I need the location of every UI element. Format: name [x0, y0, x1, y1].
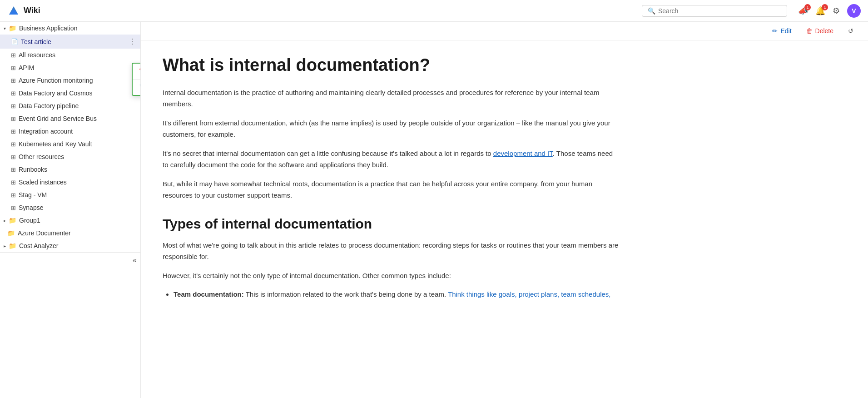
sidebar-item-azure-function-monitoring[interactable]: ⊞ Azure Function monitoring — [0, 74, 140, 87]
chevron-right-icon: ▸ — [4, 244, 6, 249]
app-title: Wiki — [24, 6, 40, 15]
list-item-1-bold: Team documentation: — [174, 290, 244, 298]
paragraph-5: Most of what we're going to talk about i… — [163, 239, 619, 263]
grid-icon: ⊞ — [11, 115, 16, 122]
notification-button[interactable]: 🔔 1 — [815, 6, 825, 16]
delete-button[interactable]: 🗑 Delete — [803, 25, 837, 36]
content-body: What is internal documentation? Internal… — [141, 40, 640, 329]
sidebar-collapse-button[interactable]: « — [0, 252, 140, 268]
context-menu-rename[interactable]: ✏️ Rename — [133, 64, 141, 79]
sidebar-item-stag-vm[interactable]: ⊞ Stag - VM — [0, 189, 140, 201]
sidebar-item-test-article[interactable]: 📄 Test article ⋮ — [0, 35, 140, 49]
list-item: Team documentation: This is information … — [174, 289, 619, 300]
collapse-icon: « — [133, 256, 137, 264]
page-heading-1: What is internal documentation? — [163, 55, 619, 76]
sidebar-item-runbooks[interactable]: ⊞ Runbooks — [0, 163, 140, 176]
megaphone-badge: 1 — [804, 4, 811, 10]
settings-button[interactable]: ⚙ — [833, 6, 840, 16]
grid-icon: ⊞ — [11, 77, 16, 84]
paragraph-2: It's different from external documentati… — [163, 117, 619, 140]
grid-icon: ⊞ — [11, 52, 16, 59]
search-input[interactable] — [658, 7, 781, 15]
grid-icon: ⊞ — [11, 103, 16, 109]
sidebar-item-label: Runbooks — [19, 166, 137, 173]
sidebar-item-other-resources[interactable]: ⊞ Other resources — [0, 150, 140, 163]
search-bar[interactable]: 🔍 — [642, 5, 787, 17]
sidebar: ▾ 📁 Business Application 📄 Test article … — [0, 22, 141, 398]
paragraph-1: Internal documentation is the practice o… — [163, 87, 619, 110]
folder-icon: 📁 — [9, 242, 16, 249]
sidebar-item-scaled-instances[interactable]: ⊞ Scaled instances — [0, 176, 140, 189]
folder-icon: 📁 — [9, 217, 16, 224]
list-item-1-link[interactable]: Think things like goals, project plans, … — [448, 290, 611, 298]
folder-icon: 📁 — [7, 229, 15, 237]
sidebar-item-all-resources[interactable]: ⊞ All resources — [0, 49, 140, 61]
topbar: Wiki 🔍 📣 1 🔔 1 ⚙ V — [0, 0, 868, 22]
development-and-it-link[interactable]: development and IT — [493, 149, 553, 157]
paragraph-3-before: It's no secret that internal documentati… — [163, 149, 493, 157]
list-item-1-text: This is information related to the work … — [244, 290, 611, 298]
trash-icon: 🗑 — [806, 27, 813, 35]
edit-label: Edit — [780, 27, 791, 35]
refresh-icon: ↺ — [848, 27, 853, 35]
rename-icon: ✏️ — [139, 68, 141, 75]
grid-icon: ⊞ — [11, 166, 16, 173]
sidebar-item-synapse[interactable]: ⊞ Synapse — [0, 201, 140, 214]
grid-icon: ⊞ — [11, 154, 16, 160]
sidebar-item-label: Scaled instances — [19, 179, 137, 186]
user-avatar[interactable]: V — [847, 4, 861, 18]
paragraph-3: It's no secret that internal documentati… — [163, 148, 619, 171]
sidebar-group-group1[interactable]: ▸ 📁 Group1 — [0, 214, 140, 227]
logo-area: Wiki — [7, 5, 40, 17]
sidebar-group-azure-documenter[interactable]: 📁 Azure Documenter — [0, 227, 140, 239]
gear-icon: ⚙ — [833, 6, 840, 15]
delete-icon: 🗑️ — [139, 84, 141, 91]
sidebar-item-data-factory-pipeline[interactable]: ⊞ Data Factory pipeline — [0, 100, 140, 112]
sidebar-item-data-factory-and-cosmos[interactable]: ⊞ Data Factory and Cosmos — [0, 87, 140, 100]
sidebar-item-label: All resources — [19, 51, 137, 59]
main-layout: ▾ 📁 Business Application 📄 Test article … — [0, 22, 868, 398]
sidebar-item-apim[interactable]: ⊞ APIM — [0, 61, 140, 74]
page-heading-2: Types of internal documentation — [163, 216, 619, 232]
page-icon: 📄 — [11, 38, 18, 45]
sidebar-item-label: Stag - VM — [19, 191, 137, 199]
edit-button[interactable]: ✏ Edit — [769, 25, 795, 36]
megaphone-button[interactable]: 📣 1 — [798, 6, 808, 16]
context-menu-delete[interactable]: 🗑️ Delete — [133, 80, 141, 95]
sidebar-group-label: Group1 — [19, 217, 40, 224]
refresh-button[interactable]: ↺ — [844, 25, 857, 36]
sidebar-item-event-grid-and-service-bus[interactable]: ⊞ Event Grid and Service Bus — [0, 112, 140, 125]
search-icon: 🔍 — [648, 7, 655, 15]
sidebar-group-label: Business Application — [19, 25, 77, 32]
grid-icon: ⊞ — [11, 141, 16, 148]
sidebar-item-label: Data Factory pipeline — [19, 102, 137, 109]
sidebar-item-label: APIM — [19, 64, 137, 71]
delete-label: Delete — [815, 27, 833, 35]
grid-icon: ⊞ — [11, 204, 16, 211]
content-area: ✏ Edit 🗑 Delete ↺ What is internal docum… — [141, 22, 868, 398]
logo-icon — [7, 5, 20, 17]
sidebar-item-label: Synapse — [19, 204, 137, 211]
svg-marker-1 — [9, 9, 18, 15]
sidebar-item-label: Event Grid and Service Bus — [19, 115, 137, 122]
chevron-down-icon: ▾ — [4, 26, 6, 31]
sidebar-item-label: Test article — [21, 38, 125, 45]
sidebar-group-cost-analyzer[interactable]: ▸ 📁 Cost Analyzer — [0, 239, 140, 252]
sidebar-item-label: Other resources — [19, 153, 137, 160]
sidebar-item-label: Azure Function monitoring — [19, 77, 137, 84]
sidebar-item-kubernetes-and-key-vault[interactable]: ⊞ Kubernetes and Key Vault — [0, 138, 140, 150]
sidebar-group-label: Azure Documenter — [18, 229, 71, 237]
grid-icon: ⊞ — [11, 65, 16, 71]
paragraph-4: But, while it may have somewhat technica… — [163, 178, 619, 201]
sidebar-item-label: Data Factory and Cosmos — [19, 90, 137, 97]
sidebar-group-business-application[interactable]: ▾ 📁 Business Application — [0, 22, 140, 35]
sidebar-item-label: Kubernetes and Key Vault — [19, 140, 137, 148]
context-menu: ✏️ Rename 🗑️ Delete — [132, 63, 141, 96]
sidebar-item-label: Integration account — [19, 128, 137, 135]
sidebar-group-label: Cost Analyzer — [19, 242, 58, 249]
sidebar-item-integration-account[interactable]: ⊞ Integration account — [0, 125, 140, 138]
topbar-icons: 📣 1 🔔 1 ⚙ V — [798, 4, 861, 18]
content-list: Team documentation: This is information … — [163, 289, 619, 300]
notification-badge: 1 — [822, 4, 828, 10]
more-button[interactable]: ⋮ — [128, 37, 137, 46]
